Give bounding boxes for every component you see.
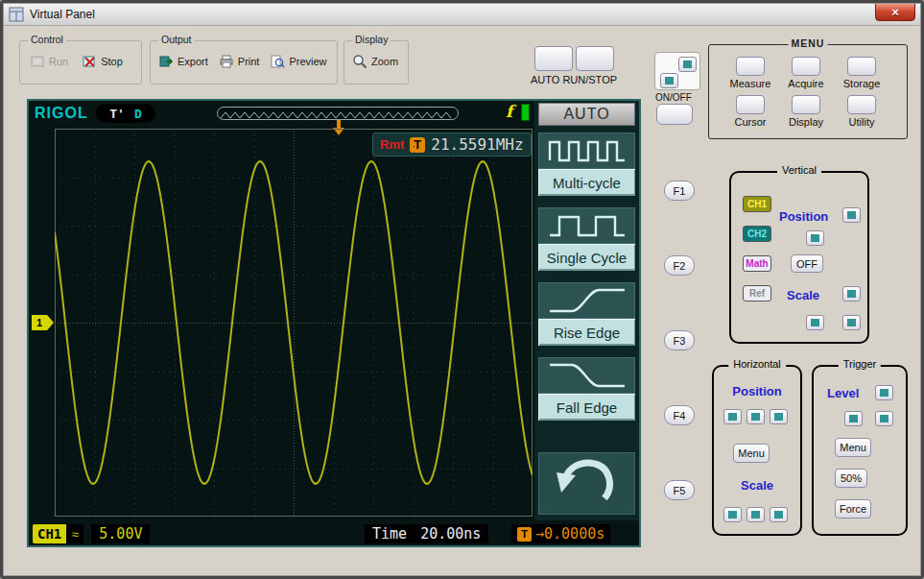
cursor-button[interactable] <box>736 95 765 114</box>
teal-square-icon <box>751 413 760 421</box>
multi-cycle-waveform-icon <box>538 133 635 169</box>
display-button-label: Display <box>789 116 823 128</box>
trigger-level-button-2[interactable] <box>844 411 863 426</box>
soft-menu-fall-edge[interactable]: Fall Edge <box>538 357 635 421</box>
sine-waveform-plot <box>55 129 533 517</box>
onoff-button[interactable] <box>656 104 693 125</box>
auto-run-stop-cluster: AUTO RUN/STOP <box>524 46 624 85</box>
auto-run-stop-label: AUTO RUN/STOP <box>531 74 617 85</box>
vertical-scale-button-a[interactable] <box>842 286 861 302</box>
control-group-label: Control <box>28 34 66 45</box>
trigger-offset-value: →0.0000s <box>535 525 604 543</box>
status-green-indicator <box>521 104 530 121</box>
vertical-position-label: Position <box>779 209 828 224</box>
teal-square-icon <box>847 290 856 298</box>
run-button[interactable]: Run <box>30 54 68 69</box>
channel1-position-marker: 1 <box>32 315 54 330</box>
teal-square-icon <box>880 389 888 397</box>
trigger-offset-icon: T <box>517 527 532 542</box>
updown-down-button[interactable] <box>660 73 678 88</box>
output-buttons-row: Export Print Preview <box>151 41 337 69</box>
window-icon[interactable] <box>9 7 24 22</box>
vertical-panel: Vertical CH1 Position CH2 Math OFF Ref S… <box>729 171 869 344</box>
export-button[interactable]: Export <box>158 54 208 69</box>
undo-arrow-icon <box>557 456 618 512</box>
print-button[interactable]: Print <box>219 54 260 69</box>
f3-button[interactable]: F3 <box>664 330 695 350</box>
teal-square-icon <box>847 319 856 326</box>
storage-button-label: Storage <box>843 78 881 89</box>
off-button[interactable]: OFF <box>791 254 823 273</box>
utility-button[interactable] <box>847 95 876 114</box>
control-buttons-row: Run Stop <box>20 41 141 69</box>
math-button[interactable]: Math <box>743 255 771 272</box>
ch2-button[interactable]: CH2 <box>743 226 771 242</box>
soft-menu-back[interactable] <box>538 452 635 515</box>
teal-square-icon <box>880 415 888 422</box>
channel1-scale-value: 5.00V <box>91 524 150 543</box>
preview-button[interactable]: Preview <box>270 54 326 69</box>
f4-button[interactable]: F4 <box>664 405 695 425</box>
vertical-panel-label: Vertical <box>777 164 821 176</box>
display-buttons-row: Zoom <box>344 41 408 69</box>
horizontal-position-button-3[interactable] <box>770 409 788 424</box>
display-button[interactable] <box>792 95 820 114</box>
horizontal-panel: Horizontal Position Menu Scale <box>712 365 802 536</box>
stop-button-label: Stop <box>101 56 123 67</box>
export-icon <box>158 54 174 69</box>
soft-menu-column: AUTO Multi-cycle Single Cycle Rise Edge <box>534 101 639 520</box>
f2-button[interactable]: F2 <box>664 255 695 276</box>
auto-button[interactable] <box>534 46 573 71</box>
storage-button[interactable] <box>847 57 876 76</box>
close-button[interactable]: × <box>875 3 915 21</box>
menu-cell-measure: Measure <box>723 57 778 89</box>
waveform-position-indicator <box>217 107 459 120</box>
soft-menu-multi-cycle[interactable]: Multi-cycle <box>538 133 635 196</box>
trigger-level-button-3[interactable] <box>875 411 893 426</box>
waveform-memory-icon <box>218 109 458 120</box>
horizontal-scale-button-3[interactable] <box>770 507 788 522</box>
horizontal-scale-button-1[interactable] <box>723 507 742 522</box>
f1-button[interactable]: F1 <box>664 181 695 201</box>
menu-panel-label: MENU <box>789 37 828 49</box>
trigger-fifty-percent-button[interactable]: 50% <box>835 469 867 488</box>
preview-button-label: Preview <box>289 56 326 67</box>
vertical-position-button-a[interactable] <box>842 207 861 223</box>
updown-up-button[interactable] <box>678 57 697 72</box>
trigger-panel: Trigger Level Menu 50% Force <box>812 365 908 536</box>
horizontal-menu-button[interactable]: Menu <box>733 444 770 463</box>
stop-button[interactable]: Stop <box>82 54 123 69</box>
ref-button[interactable]: Ref <box>743 285 771 302</box>
preview-icon <box>270 54 285 69</box>
trigger-status-box: T' D <box>96 104 155 123</box>
timebase-label: Time <box>372 525 407 543</box>
trigger-force-button[interactable]: Force <box>835 499 871 519</box>
soft-menu-rise-edge[interactable]: Rise Edge <box>538 282 635 346</box>
zoom-icon <box>352 54 367 69</box>
vertical-scale-label: Scale <box>787 288 819 302</box>
vertical-scale-button-b[interactable] <box>806 315 824 330</box>
ch1-button[interactable]: CH1 <box>743 196 771 212</box>
horizontal-position-button-2[interactable] <box>746 409 765 424</box>
horizontal-position-button-1[interactable] <box>723 409 742 424</box>
vertical-position-button-b[interactable] <box>806 230 824 246</box>
soft-menu-fall-edge-label: Fall Edge <box>538 394 635 421</box>
trigger-level-button-1[interactable] <box>875 385 893 400</box>
titlebar[interactable]: Virtual Panel × <box>3 3 921 26</box>
soft-menu-single-cycle[interactable]: Single Cycle <box>538 207 635 271</box>
trigger-menu-button[interactable]: Menu <box>835 438 871 457</box>
zoom-button[interactable]: Zoom <box>352 54 398 69</box>
teal-square-icon <box>665 77 674 84</box>
vertical-scale-button-c[interactable] <box>842 315 861 330</box>
f5-button[interactable]: F5 <box>664 480 695 500</box>
measure-button-label: Measure <box>730 78 771 89</box>
teal-square-icon <box>683 60 692 68</box>
acquire-button[interactable] <box>792 57 820 76</box>
teal-square-icon <box>811 234 819 242</box>
run-stop-button[interactable] <box>576 46 614 71</box>
measure-button[interactable] <box>736 57 765 76</box>
frequency-counter-icon: f <box>506 102 512 121</box>
updown-widget <box>654 52 700 90</box>
auto-run-stop-buttons <box>534 46 614 71</box>
horizontal-scale-button-2[interactable] <box>746 507 765 522</box>
